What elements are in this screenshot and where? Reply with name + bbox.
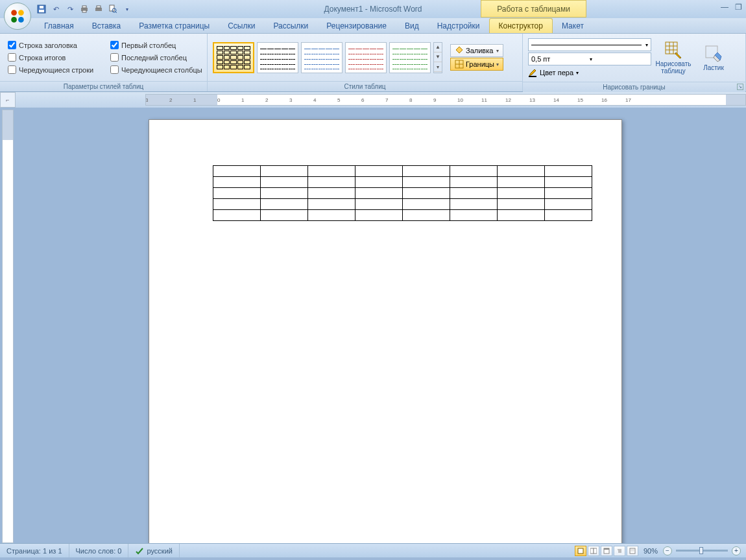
option-checkbox[interactable]: Последний столбец [110, 53, 208, 62]
status-word-count[interactable]: Число слов: 0 [69, 544, 129, 557]
line-style-select[interactable]: ▾ [528, 38, 651, 51]
tab-вид[interactable]: Вид [396, 19, 428, 33]
view-outline-button[interactable] [614, 546, 625, 556]
quick-access-toolbar: ↶ ↷ ▾ [36, 4, 132, 14]
style-gallery: ▲▼▾ [213, 42, 442, 73]
tab-главная[interactable]: Главная [35, 19, 83, 33]
zoom-in-button[interactable]: + [732, 546, 741, 555]
borders-button[interactable]: Границы▾ [450, 58, 503, 71]
gallery-more-button[interactable]: ▲▼▾ [433, 42, 442, 73]
print-preview-icon[interactable] [108, 4, 118, 14]
svg-rect-5 [39, 10, 44, 12]
office-button[interactable] [4, 3, 31, 30]
svg-rect-27 [594, 548, 597, 554]
tab-надстройки[interactable]: Надстройки [428, 19, 489, 33]
view-print-layout-button[interactable] [575, 546, 586, 556]
quick-print-icon[interactable] [93, 4, 104, 14]
tab-макет[interactable]: Макет [553, 19, 593, 33]
dialog-launcher-icon[interactable]: ↘ [737, 84, 743, 90]
shading-button[interactable]: Заливка▾ [450, 44, 503, 57]
group-label: Стили таблиц [208, 81, 522, 91]
document-table[interactable] [213, 165, 592, 221]
tab-рассылки[interactable]: Рассылки [264, 19, 317, 33]
svg-point-1 [18, 10, 24, 16]
contextual-tab-title: Работа с таблицами [481, 0, 586, 18]
page [149, 119, 622, 543]
table-style-thumb[interactable] [301, 42, 343, 73]
svg-rect-10 [95, 8, 102, 11]
document-canvas[interactable] [14, 108, 746, 543]
status-bar: Страница: 1 из 1 Число слов: 0 русский 9… [0, 543, 746, 557]
group-label: Нарисовать границы↘ [523, 82, 745, 92]
option-checkbox[interactable]: Чередующиеся столбцы [110, 65, 208, 74]
group-table-styles: ▲▼▾ Заливка▾ Границы▾ Стили таблиц [208, 34, 523, 91]
svg-rect-25 [578, 548, 583, 554]
svg-rect-9 [82, 10, 86, 12]
group-label: Параметры стилей таблиц [0, 81, 207, 91]
tab-ссылки[interactable]: Ссылки [219, 19, 264, 33]
restore-button[interactable]: ❐ [735, 3, 742, 12]
tab-рецензирование[interactable]: Рецензирование [317, 19, 396, 33]
line-weight-select[interactable]: 0,5 пт▾ [528, 52, 651, 65]
view-full-screen-button[interactable] [588, 546, 599, 556]
option-checkbox[interactable]: Строка заголовка [8, 41, 99, 49]
view-web-layout-button[interactable] [601, 546, 612, 556]
save-icon[interactable] [36, 4, 47, 14]
svg-rect-11 [97, 6, 101, 8]
svg-rect-18 [529, 76, 536, 77]
horizontal-ruler[interactable]: 32101234567891011121314151617 [145, 94, 746, 106]
svg-rect-26 [590, 548, 594, 554]
undo-icon[interactable]: ↶ [51, 4, 61, 14]
minimize-button[interactable]: — [721, 3, 728, 12]
vertical-ruler[interactable] [2, 110, 14, 543]
document-area [0, 108, 746, 543]
option-checkbox[interactable]: Чередующиеся строки [8, 65, 99, 74]
svg-rect-8 [82, 6, 86, 8]
ruler-row: ⌐ 32101234567891011121314151617 [0, 92, 746, 108]
draw-table-button[interactable]: Нарисовать таблицу [655, 36, 692, 79]
svg-point-2 [11, 17, 17, 23]
ribbon: Строка заголовкаПервый столбецСтрока ито… [0, 34, 746, 92]
zoom-out-button[interactable]: − [663, 546, 672, 555]
option-checkbox[interactable]: Первый столбец [110, 41, 208, 49]
table-style-thumb[interactable] [345, 42, 387, 73]
table-style-thumb[interactable] [213, 42, 254, 73]
title-bar: ↶ ↷ ▾ Документ1 - Microsoft Word Работа … [0, 0, 746, 18]
qat-dropdown-icon[interactable]: ▾ [122, 4, 132, 14]
group-table-style-options: Строка заголовкаПервый столбецСтрока ито… [0, 34, 208, 91]
zoom-percent[interactable]: 90% [644, 547, 658, 555]
view-draft-button[interactable] [627, 546, 638, 556]
status-page[interactable]: Страница: 1 из 1 [0, 544, 69, 557]
svg-rect-29 [604, 548, 609, 550]
status-language[interactable]: русский [128, 544, 179, 557]
tab-вставка[interactable]: Вставка [83, 19, 130, 33]
window-title: Документ1 - Microsoft Word [324, 5, 422, 14]
ribbon-tabs: ГлавнаяВставкаРазметка страницыСсылкиРас… [0, 18, 746, 34]
ruler-corner[interactable]: ⌐ [0, 92, 16, 108]
svg-line-14 [115, 12, 117, 13]
spellcheck-icon [135, 546, 144, 555]
svg-point-0 [11, 10, 17, 16]
zoom-slider[interactable] [676, 550, 728, 552]
option-checkbox[interactable]: Строка итогов [8, 53, 99, 62]
tab-конструктор[interactable]: Конструктор [489, 18, 553, 33]
print-icon[interactable] [79, 4, 90, 14]
svg-rect-6 [40, 6, 43, 8]
eraser-button[interactable]: Ластик [695, 36, 732, 79]
svg-rect-19 [666, 42, 677, 54]
pen-color-button[interactable]: Цвет пера ▾ [528, 67, 651, 77]
svg-point-3 [18, 17, 24, 23]
redo-icon[interactable]: ↷ [65, 4, 75, 14]
svg-rect-12 [110, 5, 114, 11]
group-draw-borders: ▾ 0,5 пт▾ Цвет пера ▾ Нарисовать таблицу… [523, 34, 746, 91]
table-style-thumb[interactable] [257, 42, 298, 73]
tab-разметка страницы[interactable]: Разметка страницы [130, 19, 219, 33]
table-style-thumb[interactable] [389, 42, 431, 73]
